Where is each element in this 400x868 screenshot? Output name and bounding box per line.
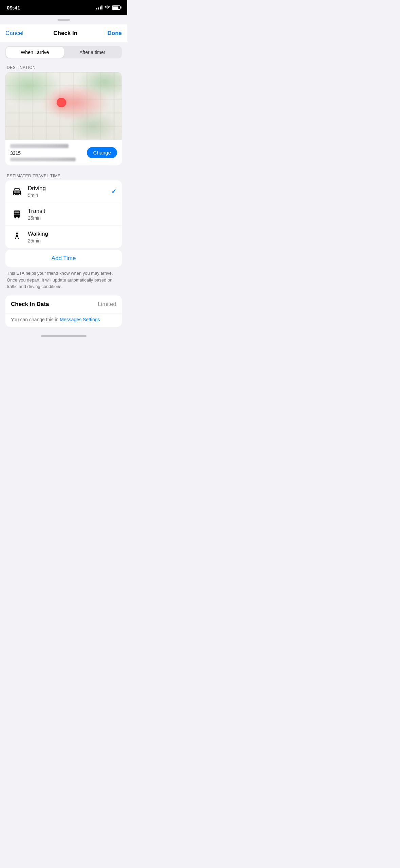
map-address-blur-line1 <box>10 144 69 148</box>
sheet-handle-area <box>0 15 127 24</box>
driving-info: Driving 5min <box>28 185 111 198</box>
checkin-data-sub: You can change this in Messages Settings <box>5 313 122 327</box>
checkin-data-value: Limited <box>98 301 116 308</box>
change-button[interactable]: Change <box>87 147 117 158</box>
status-time: 09:41 <box>7 5 20 11</box>
svg-rect-6 <box>15 212 17 214</box>
home-bar <box>41 335 87 337</box>
checkin-data-label: Check In Data <box>11 301 49 308</box>
status-bar: 09:41 <box>0 0 127 15</box>
page-title: Check In <box>53 30 77 37</box>
home-indicator <box>0 332 127 339</box>
segment-when-arrive[interactable]: When I arrive <box>6 47 64 58</box>
map-area[interactable] <box>5 72 122 140</box>
svg-point-10 <box>18 217 19 218</box>
map-pin-dot <box>57 98 66 107</box>
eta-description: This ETA helps your friend know when you… <box>5 267 122 295</box>
walking-duration: 25min <box>28 238 116 243</box>
checkin-data-sub-text: You can change this in <box>11 317 60 322</box>
svg-point-2 <box>18 194 20 195</box>
signal-icon <box>96 5 102 10</box>
messages-settings-link[interactable]: Messages Settings <box>60 317 100 322</box>
driving-duration: 5min <box>28 193 111 198</box>
driving-checkmark: ✓ <box>111 188 116 195</box>
segment-container: When I arrive After a timer <box>0 42 127 62</box>
walking-info: Walking 25min <box>28 231 116 243</box>
checkin-data-card: Check In Data Limited You can change thi… <box>5 295 122 327</box>
map-address-blur-line2 <box>10 158 76 161</box>
segment-control: When I arrive After a timer <box>5 46 122 58</box>
transit-duration: 25min <box>28 215 116 221</box>
svg-rect-8 <box>14 214 20 215</box>
destination-label: DESTINATION <box>7 65 122 70</box>
transit-mode-label: Transit <box>28 208 116 215</box>
main-content: DESTINATION 3315 Change ESTIMATED TRAVEL… <box>0 62 127 332</box>
svg-point-1 <box>14 194 16 195</box>
driving-row[interactable]: Driving 5min ✓ <box>5 180 122 203</box>
travel-modes-card: Driving 5min ✓ <box>5 180 122 248</box>
travel-time-label: ESTIMATED TRAVEL TIME <box>7 174 122 178</box>
destination-section: DESTINATION 3315 Change <box>5 65 122 165</box>
done-button[interactable]: Done <box>108 30 122 37</box>
nav-bar: Cancel Check In Done <box>0 24 127 42</box>
walking-icon <box>11 231 23 243</box>
driving-mode-label: Driving <box>28 185 111 192</box>
sheet-handle <box>58 19 70 21</box>
svg-point-12 <box>16 232 18 234</box>
walking-row[interactable]: Walking 25min <box>5 226 122 248</box>
map-footer: 3315 Change <box>5 140 122 165</box>
map-pin <box>57 98 66 107</box>
segment-after-timer[interactable]: After a timer <box>64 47 121 58</box>
battery-icon <box>112 5 120 10</box>
cancel-button[interactable]: Cancel <box>5 30 23 37</box>
svg-rect-7 <box>17 212 20 214</box>
driving-icon <box>11 185 23 198</box>
transit-row[interactable]: Transit 25min <box>5 203 122 226</box>
svg-rect-5 <box>14 211 20 217</box>
checkin-data-row[interactable]: Check In Data Limited <box>5 295 122 313</box>
walking-mode-label: Walking <box>28 231 116 237</box>
transit-info: Transit 25min <box>28 208 116 221</box>
svg-point-9 <box>15 217 16 218</box>
wifi-icon <box>104 5 110 10</box>
svg-rect-4 <box>17 191 20 193</box>
transit-icon <box>11 208 23 220</box>
map-address-number: 3315 <box>10 150 21 156</box>
add-time-card: Add Time <box>5 250 122 267</box>
map-card: 3315 Change <box>5 72 122 165</box>
svg-rect-3 <box>14 191 17 193</box>
status-icons <box>96 5 120 10</box>
travel-time-section: ESTIMATED TRAVEL TIME Driving 5mi <box>5 174 122 267</box>
map-address: 3315 <box>10 144 83 161</box>
add-time-button[interactable]: Add Time <box>5 250 122 267</box>
